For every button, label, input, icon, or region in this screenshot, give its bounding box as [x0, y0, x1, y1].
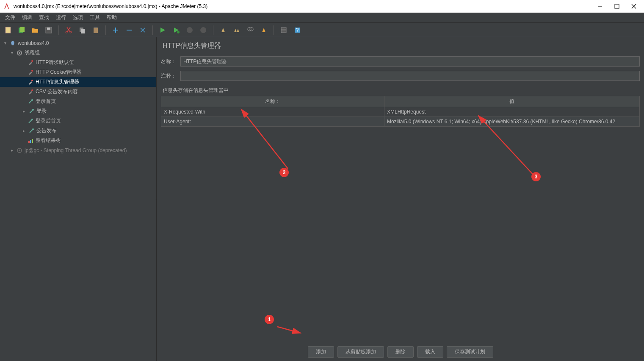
window-title: woniuboss4.0.jmx (E:\codejmeter\woniubos… — [14, 3, 597, 9]
paste-icon[interactable] — [90, 25, 101, 36]
svg-point-35 — [32, 109, 34, 111]
tree-item-header-manager[interactable]: HTTP信息头管理器 — [0, 77, 156, 87]
tree-label: woniuboss4.0 — [18, 40, 49, 46]
svg-rect-4 — [6, 27, 11, 33]
clear-all-icon[interactable] — [231, 25, 242, 36]
col-header-value[interactable]: 值 — [384, 96, 639, 107]
shutdown-icon[interactable] — [198, 25, 209, 36]
minimize-button[interactable] — [597, 3, 603, 10]
start-icon[interactable] — [157, 25, 168, 36]
tree-label: 登录后首页 — [36, 117, 61, 125]
section-label: 信息头存储在信息头管理器中 — [163, 87, 640, 94]
load-button[interactable]: 载入 — [417, 346, 443, 358]
svg-point-20 — [200, 27, 206, 33]
menu-tools[interactable]: 工具 — [86, 13, 103, 22]
tree-item-stepping-group[interactable]: ▸ jp@gc - Stepping Thread Group (depreca… — [0, 145, 156, 155]
menu-run[interactable]: 运行 — [53, 13, 69, 22]
header-value-cell[interactable]: Mozilla/5.0 (Windows NT 6.1; Win64; x64)… — [384, 117, 639, 126]
delete-button[interactable]: 删除 — [387, 346, 414, 358]
col-header-name[interactable]: 名称： — [161, 96, 384, 107]
tree-item-http-defaults[interactable]: HTTP请求默认值 — [0, 58, 156, 67]
results-tree-icon — [27, 137, 34, 144]
tree-label: jp@gc - Stepping Thread Group (deprecate… — [25, 147, 127, 153]
svg-point-42 — [19, 150, 20, 151]
tree-label: 登录 — [36, 108, 47, 115]
menu-help[interactable]: 帮助 — [103, 13, 120, 22]
add-from-clipboard-button[interactable]: 从剪贴板添加 — [337, 346, 384, 358]
start-no-timers-icon[interactable] — [171, 25, 182, 36]
open-icon[interactable] — [30, 25, 41, 36]
chevron-down-icon[interactable]: ▾ — [9, 50, 14, 55]
editor-panel: HTTP信息头管理器 名称： 注释： 信息头存储在信息头管理器中 名称： 值 X… — [157, 37, 644, 361]
search-icon[interactable] — [245, 25, 256, 36]
chevron-down-icon[interactable]: ▾ — [3, 41, 8, 45]
menu-search[interactable]: 查找 — [36, 13, 53, 22]
tree-root[interactable]: ▾ woniuboss4.0 — [0, 38, 156, 48]
tree-item-after-login[interactable]: 登录后首页 — [0, 116, 156, 126]
add-button[interactable]: 添加 — [308, 346, 334, 358]
chevron-right-icon[interactable]: ▸ — [9, 148, 14, 153]
tree-label: 登录首页 — [36, 98, 56, 105]
header-name-cell[interactable]: User-Agent: — [161, 117, 384, 126]
cut-icon[interactable] — [63, 25, 74, 36]
comment-label: 注释： — [161, 72, 180, 80]
sampler-icon — [28, 108, 35, 115]
expand-icon[interactable] — [110, 25, 121, 36]
menu-options[interactable]: 选项 — [69, 13, 86, 22]
tree-item-login[interactable]: ▸ 登录 — [0, 106, 156, 116]
tree-item-announcement[interactable]: ▸ 公告发布 — [0, 126, 156, 136]
bottom-button-bar: 添加 从剪贴板添加 删除 载入 保存测试计划 — [161, 344, 640, 358]
menu-file[interactable]: 文件 — [2, 13, 19, 22]
table-row[interactable]: User-Agent: Mozilla/5.0 (Windows NT 6.1;… — [161, 117, 639, 126]
new-icon[interactable] — [3, 25, 14, 36]
templates-icon[interactable] — [16, 25, 27, 36]
chevron-right-icon[interactable]: ▸ — [21, 128, 26, 133]
menu-edit[interactable]: 编辑 — [19, 13, 36, 22]
tree-label: HTTP信息头管理器 — [36, 78, 79, 86]
svg-rect-40 — [32, 139, 33, 143]
jmeter-app-icon — [3, 3, 10, 10]
stop-icon[interactable] — [184, 25, 195, 36]
svg-rect-1 — [615, 4, 619, 8]
collapse-icon[interactable] — [124, 25, 135, 36]
header-name-cell[interactable]: X-Requested-With — [161, 107, 384, 117]
svg-point-22 — [250, 28, 253, 31]
help-icon[interactable]: ? — [292, 25, 303, 36]
save-icon[interactable] — [43, 25, 54, 36]
svg-point-19 — [187, 27, 193, 33]
name-input[interactable] — [180, 56, 640, 67]
tree-thread-group[interactable]: ▾ 线程组 — [0, 48, 156, 58]
svg-rect-13 — [94, 28, 98, 33]
reset-search-icon[interactable] — [258, 25, 269, 36]
toolbar: ? — [0, 23, 644, 37]
tree-item-login-home[interactable]: 登录首页 — [0, 97, 156, 106]
svg-rect-39 — [30, 140, 31, 143]
tree-item-cookie-manager[interactable]: HTTP Cookie管理器 — [0, 67, 156, 77]
clear-icon[interactable] — [218, 25, 229, 36]
maximize-button[interactable] — [614, 3, 620, 10]
chevron-right-icon[interactable]: ▸ — [21, 109, 26, 114]
function-helper-icon[interactable] — [278, 25, 289, 36]
tree-label: CSV 公告发布内容 — [36, 88, 78, 95]
tree-item-results-tree[interactable]: 察看结果树 — [0, 136, 156, 145]
tree-label: 公告发布 — [36, 127, 57, 134]
tree-label: HTTP请求默认值 — [36, 59, 74, 66]
comment-input[interactable] — [180, 71, 640, 81]
panel-title: HTTP信息头管理器 — [163, 42, 640, 50]
save-button[interactable]: 保存测试计划 — [447, 346, 493, 358]
tree-item-csv-data[interactable]: CSV 公告发布内容 — [0, 87, 156, 97]
header-value-cell[interactable]: XMLHttpRequest — [384, 107, 639, 117]
toggle-icon[interactable] — [137, 25, 148, 36]
sampler-icon — [27, 98, 34, 105]
copy-icon[interactable] — [77, 25, 88, 36]
svg-point-34 — [31, 99, 33, 101]
table-row[interactable]: X-Requested-With XMLHttpRequest — [161, 107, 639, 117]
sampler-icon — [28, 128, 35, 134]
svg-point-29 — [19, 52, 20, 54]
svg-point-37 — [32, 128, 34, 130]
headers-table: 名称： 值 X-Requested-With XMLHttpRequest Us… — [161, 96, 640, 127]
tree-label: HTTP Cookie管理器 — [36, 69, 81, 76]
close-button[interactable] — [630, 3, 637, 10]
svg-rect-14 — [94, 27, 97, 28]
titlebar: woniuboss4.0.jmx (E:\codejmeter\woniubos… — [0, 0, 644, 13]
